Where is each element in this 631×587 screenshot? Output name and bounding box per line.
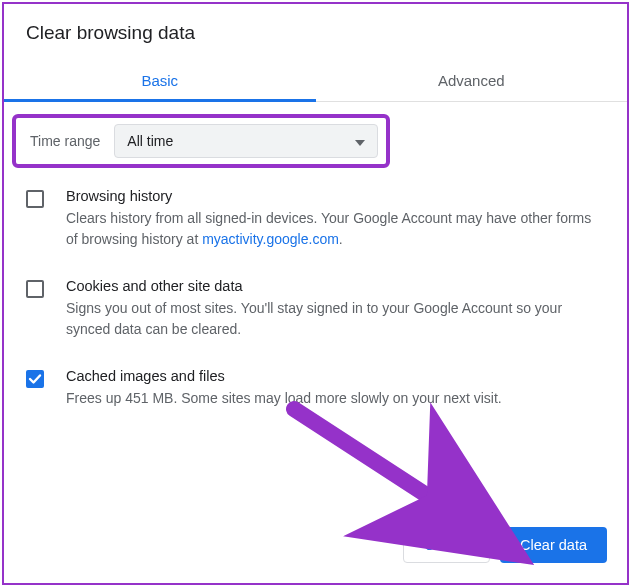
option-description: Frees up 451 MB. Some sites may load mor… — [66, 388, 605, 409]
time-range-select[interactable]: All time — [114, 124, 378, 158]
option-browsing-history: Browsing history Clears history from all… — [26, 188, 605, 250]
time-range-value: All time — [127, 133, 173, 149]
option-title: Cached images and files — [66, 368, 605, 384]
myactivity-link[interactable]: myactivity.google.com — [202, 231, 339, 247]
time-range-label: Time range — [30, 133, 100, 149]
option-title: Browsing history — [66, 188, 605, 204]
option-text: Cached images and files Frees up 451 MB.… — [66, 368, 605, 409]
checkbox-browsing-history[interactable] — [26, 190, 44, 208]
option-description: Clears history from all signed-in device… — [66, 208, 605, 250]
checkbox-cache[interactable] — [26, 370, 44, 388]
tabs: Basic Advanced — [4, 62, 627, 102]
tab-advanced[interactable]: Advanced — [316, 62, 628, 101]
chevron-down-icon — [355, 133, 365, 149]
option-text: Cookies and other site data Signs you ou… — [66, 278, 605, 340]
option-title: Cookies and other site data — [66, 278, 605, 294]
clear-browsing-data-dialog: Clear browsing data Basic Advanced Time … — [2, 2, 629, 585]
option-cache: Cached images and files Frees up 451 MB.… — [26, 368, 605, 409]
dialog-buttons: Cancel Clear data — [403, 527, 607, 563]
option-text: Browsing history Clears history from all… — [66, 188, 605, 250]
cancel-button[interactable]: Cancel — [403, 527, 490, 563]
dialog-title: Clear browsing data — [4, 4, 627, 44]
options-list: Browsing history Clears history from all… — [4, 168, 627, 409]
checkbox-cookies[interactable] — [26, 280, 44, 298]
option-cookies: Cookies and other site data Signs you ou… — [26, 278, 605, 340]
check-icon — [27, 371, 43, 387]
time-range-highlight: Time range All time — [12, 114, 390, 168]
tab-basic[interactable]: Basic — [4, 62, 316, 101]
clear-data-button[interactable]: Clear data — [500, 527, 607, 563]
option-desc-post: . — [339, 231, 343, 247]
option-description: Signs you out of most sites. You'll stay… — [66, 298, 605, 340]
